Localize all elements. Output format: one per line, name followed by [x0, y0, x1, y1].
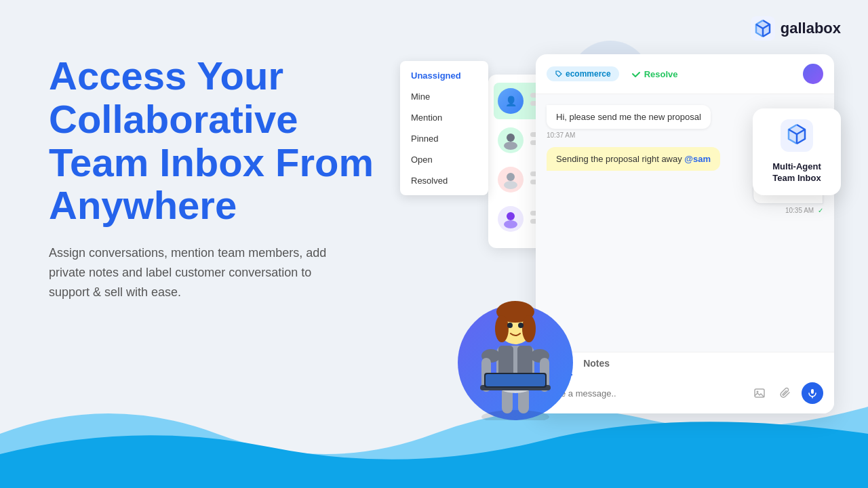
headline-line2: Collaborative — [49, 98, 388, 141]
gallabox-logo-icon — [751, 16, 775, 41]
multi-agent-card: Multi-Agent Team Inbox — [753, 108, 841, 195]
input-icons — [750, 382, 823, 404]
svg-rect-29 — [486, 374, 545, 386]
headline-line4: Anywhere — [49, 184, 388, 227]
mic-button[interactable] — [802, 382, 823, 404]
svg-point-4 — [504, 181, 517, 189]
svg-rect-9 — [811, 389, 814, 394]
svg-point-30 — [507, 323, 513, 328]
chat-input-area — [536, 375, 834, 413]
headline-line1: Access Your — [49, 54, 388, 98]
resolve-label: Resolve — [644, 69, 678, 79]
avatar-4 — [498, 206, 524, 232]
msg-bubble-note: Sending the proposal right away @sam — [547, 147, 720, 171]
ecommerce-tag[interactable]: ecommerce — [547, 66, 619, 81]
svg-point-3 — [507, 173, 515, 181]
tag-label: ecommerce — [566, 69, 611, 79]
person-image — [454, 271, 576, 420]
msg-bubble-received: Hi, please send me the new proposal — [547, 105, 711, 129]
tag-icon — [555, 70, 563, 78]
dropdown-menu: Unassigned Mine Mention Pinned Open Reso… — [400, 61, 488, 195]
tab-notes[interactable]: Notes — [583, 358, 610, 375]
person-svg — [461, 285, 570, 420]
check-icon — [631, 69, 641, 79]
msg-time-sent: 10:35 AM ✓ — [753, 207, 823, 214]
dropdown-item-mention[interactable]: Mention — [400, 107, 488, 128]
multi-agent-icon — [781, 119, 813, 152]
resolve-button[interactable]: Resolve — [631, 69, 678, 79]
mention-tag: @sam — [684, 154, 711, 164]
dropdown-item-unassigned[interactable]: Unassigned — [400, 65, 488, 86]
svg-point-22 — [522, 315, 536, 342]
right-section: Unassigned Mine Mention Pinned Open Reso… — [393, 54, 841, 434]
dropdown-item-open[interactable]: Open — [400, 149, 488, 170]
dropdown-item-pinned[interactable]: Pinned — [400, 128, 488, 149]
avatar-1: 👤 — [498, 88, 524, 114]
svg-point-12 — [481, 410, 549, 420]
avatar-2 — [498, 127, 524, 153]
headline-line3: Team Inbox From — [49, 141, 388, 184]
svg-point-6 — [504, 220, 517, 228]
avatar-3 — [498, 167, 524, 192]
left-section: Access Your Collaborative Team Inbox Fro… — [49, 54, 388, 302]
headline: Access Your Collaborative Team Inbox Fro… — [49, 54, 388, 227]
msg-received-1: Hi, please send me the new proposal 10:3… — [547, 105, 711, 139]
svg-point-1 — [507, 134, 515, 142]
msg-time: 10:37 AM — [547, 131, 711, 139]
svg-point-2 — [504, 142, 517, 150]
image-icon[interactable] — [750, 384, 769, 403]
time-value: 10:35 AM — [785, 207, 814, 214]
header: gallabox — [751, 16, 841, 41]
msg-text: Hi, please send me the new proposal — [556, 112, 701, 122]
chat-header: ecommerce Resolve — [536, 54, 834, 94]
svg-point-5 — [507, 212, 515, 220]
logo-text: gallabox — [781, 20, 841, 37]
subtext: Assign conversations, mention team membe… — [49, 243, 347, 302]
read-tick: ✓ — [818, 207, 823, 214]
svg-point-21 — [495, 315, 509, 342]
svg-point-31 — [518, 323, 524, 328]
dropdown-item-resolved[interactable]: Resolved — [400, 170, 488, 191]
agent-avatar — [803, 64, 823, 84]
msg-note-1: Sending the proposal right away @sam — [547, 147, 720, 171]
attachment-icon[interactable] — [776, 384, 795, 403]
chat-tabs: Reply Notes — [536, 352, 834, 375]
multi-agent-title: Multi-Agent Team Inbox — [764, 161, 830, 184]
dropdown-item-mine[interactable]: Mine — [400, 86, 488, 107]
